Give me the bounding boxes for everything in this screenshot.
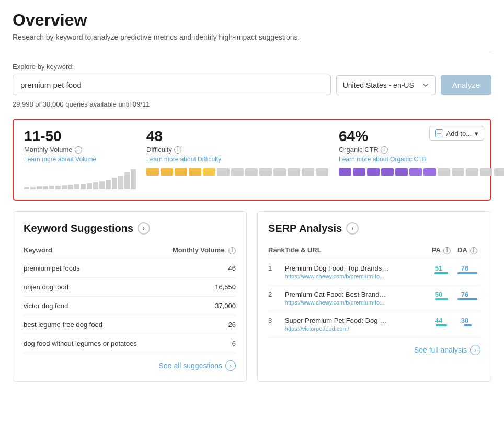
difficulty-label: Difficulty i xyxy=(146,146,328,154)
ctr-link[interactable]: Learn more about Organic CTR xyxy=(339,156,504,163)
serp-col-da: DA i xyxy=(454,243,480,259)
keyword-cell: victor dog food xyxy=(24,296,160,315)
keyword-suggestions-title: Keyword Suggestions › xyxy=(24,222,236,235)
difficulty-value: 48 xyxy=(146,128,328,145)
da-bar xyxy=(464,324,472,326)
volume-cell: 46 xyxy=(160,259,236,277)
keyword-cell: dog food without legumes or potatoes xyxy=(24,334,160,353)
ctr-bar xyxy=(339,168,504,176)
serp-title-cell: Super Premium Pet Food: Dog and Cat ... … xyxy=(285,311,428,337)
serp-analysis-panel: SERP Analysis › Rank Title & URL PA i xyxy=(257,211,491,382)
serp-col-rank: Rank xyxy=(268,243,285,259)
da-score: 76 xyxy=(454,264,475,272)
serp-rank-cell: 3 xyxy=(268,311,285,337)
serp-da-cell: 76 xyxy=(454,259,480,285)
kw-col-volume: Monthly Volume i xyxy=(160,243,236,259)
metrics-card: + Add to... ▾ 11-50 Monthly Volume i Lea… xyxy=(13,119,491,201)
keyword-cell: premium pet foods xyxy=(24,259,160,277)
da-info-icon[interactable]: i xyxy=(470,247,477,254)
ctr-info-icon[interactable]: i xyxy=(381,146,388,154)
serp-table-row[interactable]: 3 Super Premium Pet Food: Dog and Cat ..… xyxy=(268,311,480,337)
serp-title-cell: Premium Dog Food: Top Brands (Free S... … xyxy=(285,259,428,285)
serp-pa-cell: 44 xyxy=(428,311,454,337)
serp-rank-cell: 2 xyxy=(268,285,285,311)
queries-info: 29,998 of 30,000 queries available until… xyxy=(13,100,491,108)
volume-link[interactable]: Learn more about Volume xyxy=(24,156,136,163)
pa-score: 44 xyxy=(428,317,449,324)
panels-row: Keyword Suggestions › Keyword Monthly Vo… xyxy=(13,211,491,382)
kw-col-keyword: Keyword xyxy=(24,243,160,259)
see-all-arrow-icon: › xyxy=(225,360,236,371)
serp-url-text[interactable]: https://www.chewy.com/b/premium-fo... xyxy=(285,299,390,306)
chevron-down-icon: ▾ xyxy=(475,130,478,137)
pa-score: 51 xyxy=(428,264,449,272)
add-to-button[interactable]: + Add to... ▾ xyxy=(429,126,484,141)
search-row: United States - en-US Analyze xyxy=(13,75,491,95)
keyword-cell: orijen dog food xyxy=(24,277,160,296)
volume-info-icon[interactable]: i xyxy=(75,146,82,154)
page-subtitle: Research by keyword to analyze predictiv… xyxy=(13,33,491,41)
serp-table-row[interactable]: 1 Premium Dog Food: Top Brands (Free S..… xyxy=(268,259,480,285)
ctr-label: Organic CTR i xyxy=(339,146,504,154)
metric-volume: 11-50 Monthly Volume i Learn more about … xyxy=(24,128,136,189)
serp-table: Rank Title & URL PA i DA i xyxy=(268,243,480,337)
see-all-link[interactable]: See all suggestions › xyxy=(24,360,236,371)
analyze-button[interactable]: Analyze xyxy=(441,75,491,95)
serp-analysis-arrow-icon[interactable]: › xyxy=(346,222,359,235)
da-bar xyxy=(457,272,477,274)
serp-da-cell: 76 xyxy=(454,285,480,311)
page-title: Overview xyxy=(13,10,491,30)
keyword-table-row[interactable]: best legume free dog food 26 xyxy=(24,315,236,334)
pa-info-icon[interactable]: i xyxy=(443,247,451,254)
country-select[interactable]: United States - en-US xyxy=(336,75,436,95)
serp-pa-cell: 51 xyxy=(428,259,454,285)
see-full-arrow-icon: › xyxy=(470,345,480,355)
pa-bar xyxy=(434,272,448,274)
keyword-cell: best legume free dog food xyxy=(24,315,160,334)
metrics-grid: 11-50 Monthly Volume i Learn more about … xyxy=(24,128,480,189)
volume-cell: 16,550 xyxy=(160,277,236,296)
serp-pa-cell: 50 xyxy=(428,285,454,311)
da-score: 76 xyxy=(454,290,475,298)
keyword-table-row[interactable]: victor dog food 37,000 xyxy=(24,296,236,315)
serp-rank-cell: 1 xyxy=(268,259,285,285)
keyword-table-row[interactable]: premium pet foods 46 xyxy=(24,259,236,277)
serp-url-text[interactable]: https://www.chewy.com/b/premium-fo... xyxy=(285,273,390,279)
serp-url-text[interactable]: https://victorpetfood.com/ xyxy=(285,325,390,332)
volume-bar-chart xyxy=(24,168,136,189)
volume-cell: 6 xyxy=(160,334,236,353)
plus-icon: + xyxy=(435,129,443,137)
metric-difficulty: 48 Difficulty i Learn more about Difficu… xyxy=(146,128,328,189)
serp-col-pa: PA i xyxy=(428,243,454,259)
keyword-input[interactable] xyxy=(13,75,331,95)
keyword-suggestions-panel: Keyword Suggestions › Keyword Monthly Vo… xyxy=(13,211,247,382)
serp-title-text: Super Premium Pet Food: Dog and Cat ... xyxy=(285,317,390,324)
serp-title-text: Premium Cat Food: Best Brands (Free S... xyxy=(285,290,390,298)
add-to-label: Add to... xyxy=(446,130,472,137)
serp-analysis-title: SERP Analysis › xyxy=(268,222,480,235)
serp-title-text: Premium Dog Food: Top Brands (Free S... xyxy=(285,264,390,272)
serp-table-row[interactable]: 2 Premium Cat Food: Best Brands (Free S.… xyxy=(268,285,480,311)
header-divider xyxy=(13,52,491,52)
volume-label: Monthly Volume i xyxy=(24,146,136,154)
pa-score: 50 xyxy=(428,290,449,298)
keyword-table-row[interactable]: orijen dog food 16,550 xyxy=(24,277,236,296)
serp-da-cell: 30 xyxy=(454,311,480,337)
explore-label: Explore by keyword: xyxy=(13,63,491,71)
serp-title-cell: Premium Cat Food: Best Brands (Free S...… xyxy=(285,285,428,311)
keyword-table: Keyword Monthly Volume i premium pet foo… xyxy=(24,243,236,353)
pa-bar xyxy=(436,324,447,326)
serp-col-title: Title & URL xyxy=(285,243,428,259)
kw-volume-info-icon[interactable]: i xyxy=(228,247,236,254)
keyword-suggestions-arrow-icon[interactable]: › xyxy=(138,222,150,235)
pa-bar xyxy=(435,298,448,300)
difficulty-bar xyxy=(146,168,328,176)
difficulty-link[interactable]: Learn more about Difficulty xyxy=(146,156,328,163)
volume-cell: 26 xyxy=(160,315,236,334)
volume-value: 11-50 xyxy=(24,128,136,145)
see-full-link[interactable]: See full analysis › xyxy=(268,345,480,355)
da-bar xyxy=(457,298,477,300)
volume-cell: 37,000 xyxy=(160,296,236,315)
keyword-table-row[interactable]: dog food without legumes or potatoes 6 xyxy=(24,334,236,353)
difficulty-info-icon[interactable]: i xyxy=(174,146,181,154)
